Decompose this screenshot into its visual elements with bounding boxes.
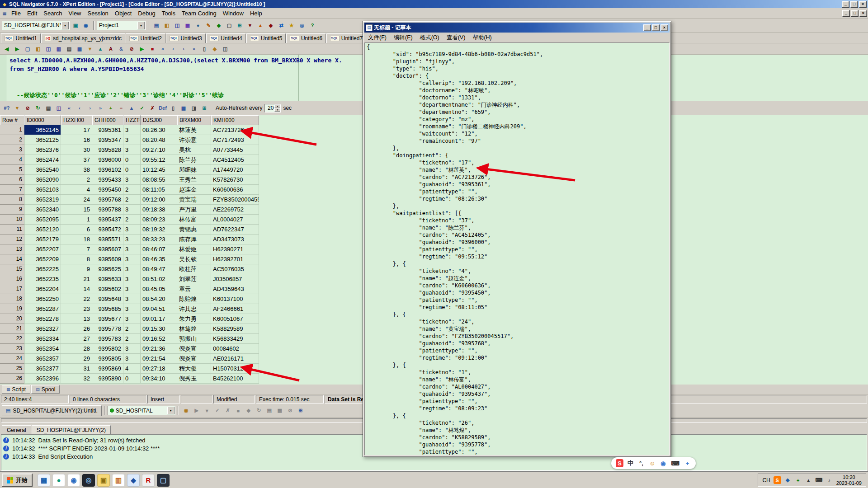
cell-hzzt00[interactable]: 2 bbox=[123, 324, 141, 334]
execute-snippet-icon[interactable]: ▶ bbox=[192, 406, 202, 416]
cell-rownum[interactable]: 15 bbox=[0, 264, 24, 274]
mdi-child-icon[interactable]: ▦ bbox=[1, 9, 8, 17]
cell-rownum[interactable]: 17 bbox=[0, 284, 24, 294]
cell-hzxh00[interactable]: 21 bbox=[61, 274, 92, 284]
print-icon[interactable]: ▤ bbox=[64, 44, 74, 54]
menu-item[interactable]: Window bbox=[220, 8, 247, 18]
prev-row-icon[interactable]: ‹ bbox=[75, 103, 85, 113]
cell-brxm00[interactable]: 郭振山 bbox=[177, 334, 211, 344]
cell-id0000[interactable]: 3652377 bbox=[24, 364, 61, 374]
cell-kmh000[interactable]: AE0216171 bbox=[211, 354, 259, 364]
column-header[interactable]: Row # bbox=[0, 115, 24, 125]
chevron-down-icon[interactable]: ▼ bbox=[137, 22, 145, 29]
cell-ghh000[interactable]: 9395633 bbox=[92, 274, 123, 284]
cell-ghh000[interactable]: 9395890 bbox=[92, 374, 123, 384]
sogou-tray-icon[interactable]: S bbox=[774, 476, 781, 484]
notepad-minimize-button[interactable]: _ bbox=[643, 24, 651, 31]
cell-hzzt00[interactable]: 4 bbox=[123, 364, 141, 374]
cell-djsj00[interactable]: 08:54:20 bbox=[141, 294, 177, 304]
cell-hzxh00[interactable]: 2 bbox=[61, 175, 92, 185]
column-header[interactable]: GHH000 bbox=[92, 115, 123, 125]
cell-id0000[interactable]: 3652204 bbox=[24, 284, 61, 294]
cell-ghh000[interactable]: 9395609 bbox=[92, 254, 123, 264]
code-editor-icon[interactable]: ✎ bbox=[203, 20, 213, 30]
cell-hzzt00[interactable]: 3 bbox=[123, 145, 141, 155]
cell-djsj00[interactable]: 08:46:07 bbox=[141, 244, 177, 254]
cell-kmh000[interactable]: AC7213726 bbox=[211, 125, 259, 135]
cell-hzxh00[interactable]: 26 bbox=[61, 324, 92, 334]
cell-id0000[interactable]: 3652179 bbox=[24, 235, 61, 244]
cell-brxm00[interactable]: 严万里 bbox=[177, 205, 211, 215]
clear-icon[interactable]: ⊘ bbox=[127, 44, 137, 54]
cell-rownum[interactable]: 14 bbox=[0, 254, 24, 264]
cell-hzxh00[interactable]: 38 bbox=[61, 165, 92, 175]
cell-hzzt00[interactable]: 2 bbox=[123, 215, 141, 225]
web-support-icon[interactable]: ◎ bbox=[297, 20, 307, 30]
forward-icon[interactable]: ▶ bbox=[12, 44, 22, 54]
quick-filter-icon[interactable]: #? bbox=[2, 103, 12, 113]
cell-ghh000[interactable]: 9395802 bbox=[92, 344, 123, 354]
cell-brxm00[interactable]: 林爱姬 bbox=[177, 244, 211, 254]
cell-rownum[interactable]: 25 bbox=[0, 364, 24, 374]
cell-brxm00[interactable]: 程大俊 bbox=[177, 364, 211, 374]
next-row-icon[interactable]: › bbox=[85, 103, 95, 113]
split-grid-icon[interactable]: ◨ bbox=[189, 103, 199, 113]
column-header[interactable]: KMH000 bbox=[211, 115, 259, 125]
cell-hzzt00[interactable]: 2 bbox=[123, 195, 141, 205]
cell-hzxh00[interactable]: 27 bbox=[61, 334, 92, 344]
cell-hzxh00[interactable]: 18 bbox=[61, 235, 92, 244]
commit-icon[interactable]: ✓ bbox=[212, 406, 222, 416]
new-session-icon[interactable]: ▣ bbox=[71, 20, 80, 30]
cell-kmh000[interactable]: A17449720 bbox=[211, 165, 259, 175]
grid-panel-icon[interactable]: ⊞ bbox=[296, 406, 306, 416]
cell-kmh000[interactable]: FZYB350200045517 bbox=[211, 195, 259, 205]
cell-rownum[interactable]: 2 bbox=[0, 135, 24, 145]
cell-hzxh00[interactable]: 16 bbox=[61, 135, 92, 145]
cell-hzzt00[interactable]: 3 bbox=[123, 125, 141, 135]
menu-item[interactable]: 编辑(E) bbox=[390, 33, 416, 42]
cell-rownum[interactable]: 23 bbox=[0, 344, 24, 354]
cell-ghh000[interactable]: 9395625 bbox=[92, 264, 123, 274]
rollback-icon[interactable]: ✗ bbox=[223, 406, 233, 416]
cell-hzxh00[interactable]: 14 bbox=[61, 284, 92, 294]
cell-djsj00[interactable]: 09:18:38 bbox=[141, 205, 177, 215]
cell-ghh000[interactable]: 9395450 bbox=[92, 185, 123, 195]
session-combo[interactable]: SD_HOSPITAL ▼ bbox=[108, 406, 175, 415]
cell-djsj00[interactable]: 09:21:36 bbox=[141, 344, 177, 354]
notepad-restore-button[interactable]: □ bbox=[652, 24, 660, 31]
cell-rownum[interactable]: 19 bbox=[0, 304, 24, 314]
last-record-icon[interactable]: » bbox=[189, 44, 199, 54]
print-data-icon[interactable]: ▤ bbox=[43, 103, 53, 113]
mdi-restore-button[interactable]: □ bbox=[851, 10, 859, 17]
menu-item[interactable]: Session bbox=[85, 8, 112, 18]
open-file-icon[interactable]: ◧ bbox=[33, 44, 43, 54]
cell-rownum[interactable]: 26 bbox=[0, 374, 24, 384]
open-project-icon[interactable]: ◧ bbox=[162, 20, 172, 30]
cell-hzxh00[interactable]: 9 bbox=[61, 264, 92, 274]
cell-hzzt00[interactable]: 3 bbox=[123, 354, 141, 364]
cell-id0000[interactable]: 3652287 bbox=[24, 304, 61, 314]
cell-djsj00[interactable]: 08:09:23 bbox=[141, 215, 177, 225]
cell-id0000[interactable]: 3652125 bbox=[24, 135, 61, 145]
tab-untitled1[interactable]: SQL Untitled1 bbox=[1, 33, 41, 43]
cell-kmh000[interactable]: K60600636 bbox=[211, 185, 259, 195]
menu-item[interactable]: View bbox=[66, 8, 85, 18]
column-header[interactable]: BRXM00 bbox=[177, 115, 211, 125]
column-header[interactable]: HZZT00 bbox=[123, 115, 141, 125]
cell-hzxh00[interactable]: 31 bbox=[61, 364, 92, 374]
cell-hzxh00[interactable]: 7 bbox=[61, 244, 92, 254]
tray-clock[interactable]: 10:20 2023-01-09 bbox=[836, 474, 862, 486]
cell-rownum[interactable]: 6 bbox=[0, 175, 24, 185]
cell-rownum[interactable]: 8 bbox=[0, 195, 24, 205]
cell-hzzt00[interactable]: 3 bbox=[123, 175, 141, 185]
cell-ghh000[interactable]: 9395472 bbox=[92, 225, 123, 235]
im-tray-icon[interactable]: ◆ bbox=[784, 476, 792, 484]
cell-hzxh00[interactable]: 6 bbox=[61, 225, 92, 235]
cell-kmh000[interactable]: AF2466661 bbox=[211, 304, 259, 314]
keyboard-icon[interactable]: ⌨ bbox=[670, 459, 680, 467]
cell-brxm00[interactable]: 倪秀玉 bbox=[177, 374, 211, 384]
folder-app-icon[interactable]: ▣ bbox=[97, 474, 110, 487]
trace-icon[interactable]: ⊘ bbox=[285, 406, 295, 416]
cell-ghh000[interactable]: 9395788 bbox=[92, 205, 123, 215]
cell-brxm00[interactable]: 陈贻煌 bbox=[177, 294, 211, 304]
